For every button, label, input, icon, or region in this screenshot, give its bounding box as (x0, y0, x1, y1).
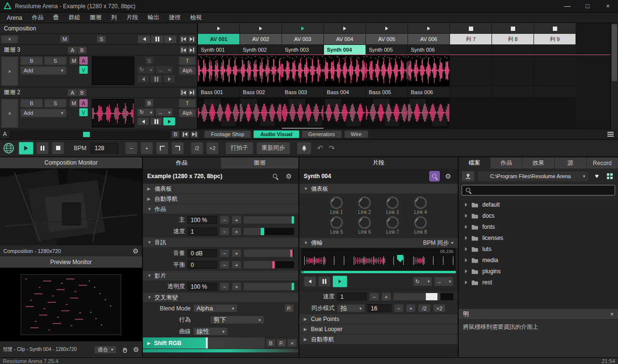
bpm-halve-button[interactable]: /2 (191, 142, 203, 154)
clip-thumbnail-video-7[interactable] (450, 98, 492, 128)
link-1-knob[interactable] (330, 196, 343, 209)
clip-cell-synth-9[interactable] (534, 45, 576, 55)
opacity-slider[interactable] (244, 283, 294, 290)
layer2-audio-button[interactable]: A (79, 99, 88, 107)
column-header-3[interactable]: AV 003 (282, 34, 323, 44)
layer3-blend-mode-button[interactable]: Alph (179, 66, 196, 75)
chevron-right-icon[interactable] (465, 203, 467, 207)
sync-halve-button[interactable]: /2 (418, 304, 431, 312)
curve-dropdown[interactable]: 線性▾ (193, 327, 228, 336)
minimize-button[interactable]: — (557, 0, 577, 13)
column-header-4[interactable]: AV 004 (324, 34, 365, 44)
clip-thumbnail-bass-6[interactable] (408, 55, 449, 86)
section-beat-looper[interactable]: ▶Beat Looper (299, 324, 458, 334)
layer2-skip-start-button[interactable] (180, 88, 188, 97)
composition-pause-button[interactable] (151, 35, 164, 43)
column-header-6[interactable]: AV 006 (408, 34, 449, 44)
effect-bypass-button[interactable]: B (266, 339, 276, 347)
clip-thumbnail-bass-3[interactable] (282, 55, 323, 86)
layer3-transition-time-button[interactable]: T (179, 56, 196, 65)
clip-pause-button[interactable] (318, 276, 331, 287)
clip-cell-bass-5[interactable]: Bass 005 (366, 87, 407, 97)
composition-skip-end-button[interactable] (188, 35, 196, 43)
clip-thumbnail-video-2[interactable] (240, 98, 281, 128)
section-clip-autopilot[interactable]: ▶自動導航 (299, 335, 458, 344)
opacity-increment-button[interactable]: + (232, 282, 241, 291)
layer2-video-button[interactable]: V (79, 108, 88, 116)
layer2-solo-button[interactable]: S (44, 99, 67, 108)
clip-timeline[interactable]: 05.236 (301, 248, 456, 273)
redo-icon[interactable]: ↷ (326, 144, 337, 153)
tab-audio-visual[interactable]: Audio Visual (253, 130, 299, 138)
gear-icon[interactable]: ⚙ (133, 346, 139, 353)
layer3-s-button[interactable]: S (145, 56, 154, 65)
layer3-pause-button[interactable] (150, 75, 162, 83)
folder-item-rest[interactable]: rest (459, 277, 618, 288)
maximize-button[interactable]: □ (577, 0, 598, 13)
volume-decrement-button[interactable]: − (220, 249, 229, 257)
clip-thumbnail-bass-8[interactable] (492, 55, 534, 86)
clip-thumbnail-video-6[interactable] (408, 98, 449, 128)
link-4-knob[interactable] (414, 196, 427, 209)
composition-map-icon[interactable] (2, 142, 15, 154)
blend-params-button[interactable]: P. (284, 304, 294, 312)
opacity-value[interactable]: 100 % (187, 282, 217, 291)
view-mode-icon[interactable] (604, 171, 615, 182)
layer2-close-button[interactable]: × (1, 99, 18, 128)
layer3-audio-button[interactable]: A (79, 56, 88, 65)
tab-clip[interactable]: 片段 (299, 157, 458, 168)
layer3-skip-end-button[interactable] (188, 46, 196, 54)
grid-scrollbar[interactable] (610, 23, 618, 129)
layer3-solo-button[interactable]: S (44, 56, 67, 65)
files-tab-2[interactable]: 作品 (491, 157, 522, 168)
chevron-right-icon[interactable] (465, 269, 467, 273)
folder-item-licenses[interactable]: licenses (459, 232, 618, 243)
tab-wire[interactable]: Wire (344, 130, 369, 138)
resync-button[interactable]: 重新同步 (256, 142, 290, 154)
clip-cell-bass-2[interactable]: Bass 002 (240, 87, 281, 97)
chevron-right-icon[interactable] (465, 258, 467, 262)
search-icon[interactable] (270, 171, 281, 182)
bpm-increment-button[interactable]: + (140, 142, 153, 154)
tap-tempo-button[interactable]: 打拍子 (225, 142, 253, 154)
column-header-2[interactable]: AV 002 (240, 34, 281, 44)
menu-item-2[interactable]: 作品 (27, 14, 48, 22)
layer2-loop-mode-dropdown[interactable]: ↻▾ (137, 108, 154, 116)
clip-play-backward-button[interactable] (304, 276, 316, 287)
clip-thumbnail-video-5[interactable] (366, 98, 407, 128)
link-3-knob[interactable] (386, 196, 399, 209)
layer3-a-button[interactable]: A (68, 46, 77, 54)
speed-slider[interactable] (244, 228, 294, 235)
clip-cell-synth-4[interactable]: Synth 004 (324, 45, 365, 55)
section-clip-dashboard[interactable]: ▼儀表板 (299, 184, 458, 194)
clip-cell-synth-5[interactable]: Synth 005 (366, 45, 407, 55)
pan-slider[interactable] (244, 261, 294, 268)
close-button[interactable]: × (598, 0, 618, 13)
column-header-8[interactable]: 列 8 (492, 34, 534, 44)
clip-cell-bass-9[interactable] (534, 87, 576, 97)
folder-item-plugins[interactable]: plugins (459, 266, 618, 277)
volume-increment-button[interactable]: + (232, 249, 241, 257)
opacity-decrement-button[interactable]: − (220, 282, 229, 291)
menu-item-9[interactable]: 捷徑 (164, 14, 185, 22)
clip-cell-synth-7[interactable] (450, 45, 492, 55)
fit-dropdown[interactable]: 適合 ▾ (94, 346, 117, 354)
section-audio[interactable]: ▼音訊 (143, 238, 298, 247)
clip-speed-decrement-button[interactable]: − (369, 293, 379, 301)
menu-item-7[interactable]: 片段 (122, 14, 143, 22)
loop-region-strip[interactable] (301, 271, 456, 273)
layer2-a-button[interactable]: A (68, 89, 77, 97)
master-decrement-button[interactable]: − (220, 216, 229, 224)
master-stop-button[interactable] (52, 142, 64, 154)
chevron-right-icon[interactable] (465, 280, 467, 284)
layer2-transition-time-button[interactable]: T (179, 99, 196, 108)
close-icon[interactable]: × (610, 311, 614, 318)
layer3-title[interactable]: 圖層 3 (1, 46, 68, 54)
bpm-double-button[interactable]: ×2 (206, 142, 219, 154)
clip-thumbnail-bass-7[interactable] (450, 55, 492, 86)
link-6-knob[interactable] (358, 216, 371, 229)
clip-cell-bass-6[interactable]: Bass 006 (408, 87, 449, 97)
layer2-mask-button[interactable]: M (70, 99, 78, 107)
files-tab-4[interactable]: 源 (555, 157, 586, 168)
composition-skip-start-button[interactable] (180, 35, 188, 43)
